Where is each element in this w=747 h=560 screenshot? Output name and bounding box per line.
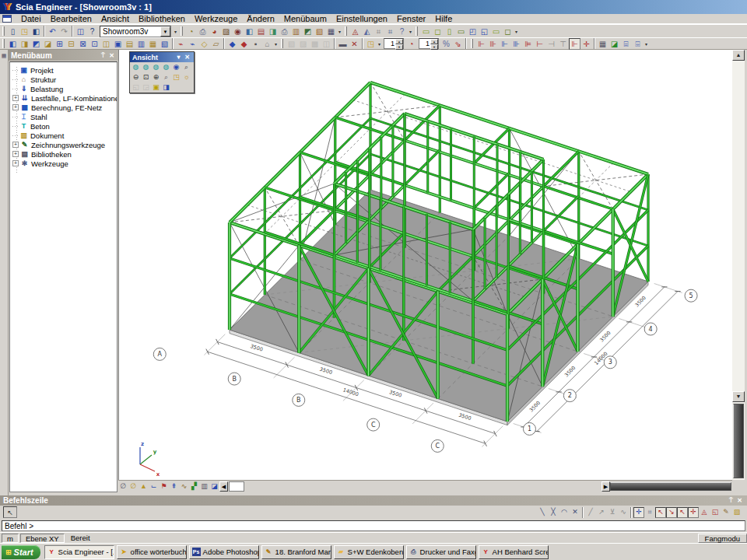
shade-icon[interactable]: ◪ [209, 481, 219, 492]
tool-icon[interactable]: ⌂ [261, 38, 273, 50]
layer-spinner[interactable]: 1 ▲▼ [384, 38, 404, 49]
prev-view-icon[interactable]: ◱ [131, 82, 141, 93]
sidebar-item-beton[interactable]: TBeton [10, 121, 117, 131]
tool-icon[interactable]: % [440, 38, 452, 50]
sidebar-item-belastung[interactable]: ⇓Belastung [10, 84, 117, 93]
title-bar[interactable]: Y Scia Engineer - [Showroom3v : 1] [0, 0, 747, 14]
levels-icon[interactable]: ⇞ [169, 481, 179, 492]
frame5-icon[interactable]: ◰ [467, 26, 479, 37]
tool-icon[interactable]: ▣ [112, 38, 124, 50]
tool-icon[interactable]: ◇ [198, 38, 210, 50]
table-icon[interactable]: ◩ [302, 26, 314, 37]
tool-icon[interactable]: ◆ [238, 38, 250, 50]
toolbar-grip[interactable] [2, 39, 5, 48]
tool-icon[interactable]: ⌹ [632, 38, 644, 50]
snap-ortho-icon[interactable]: ◬ [699, 507, 710, 518]
tool-icon[interactable]: ⊟ [65, 38, 77, 50]
open-folder-icon[interactable]: ◳ [19, 26, 30, 37]
view-store-icon[interactable]: ◳ [171, 72, 181, 82]
clip2-icon[interactable]: ∅ [128, 481, 139, 492]
mesh-icon[interactable]: ▨ [220, 26, 232, 37]
project-icon[interactable]: ◔ [185, 26, 197, 37]
taskbar-button-7[interactable]: YAH Benhard Scree... [479, 545, 549, 559]
curve-icon[interactable]: ∿ [179, 481, 189, 492]
toolbar-overflow-icon[interactable]: ▾ [337, 29, 342, 34]
tool-icon[interactable]: ⇘ [452, 38, 464, 50]
tool-icon[interactable]: ⊣ [545, 38, 557, 50]
axo-icon[interactable]: ◬ [349, 26, 361, 37]
copy-icon[interactable]: ◉ [232, 26, 244, 37]
scroll-cell[interactable] [229, 481, 244, 492]
help-icon[interactable]: ? [86, 26, 98, 37]
menu-einstellungen[interactable]: Einstellungen [331, 14, 392, 24]
frame4-icon[interactable]: ▭ [455, 26, 467, 37]
tool-icon[interactable]: ⊠ [77, 38, 89, 50]
snap-edge-icon[interactable]: ◱ [710, 507, 721, 518]
new-document-icon[interactable]: ▯ [7, 26, 19, 37]
tool-icon[interactable]: ◨ [19, 38, 30, 50]
menu-hilfe[interactable]: Hilfe [430, 14, 457, 24]
command-input[interactable]: Befehl > [2, 520, 745, 531]
spinner-up-icon[interactable]: ▲ [395, 39, 403, 44]
toolbar-overflow-icon[interactable]: ▾ [514, 29, 519, 34]
toolbar-grip[interactable] [471, 39, 473, 48]
sidebar-item-bibliotheken[interactable]: +▤Bibliotheken [10, 149, 117, 159]
info-icon[interactable]: ? [396, 26, 408, 37]
tool-icon[interactable]: ◫ [100, 38, 112, 50]
menu-menuebaum[interactable]: Menübaum [279, 14, 331, 24]
raster-icon[interactable]: ⌗ [373, 26, 384, 37]
persp-icon[interactable]: ◭ [361, 26, 373, 37]
tool-icon[interactable]: ⊤ [557, 38, 569, 50]
menu-aendern[interactable]: Ändern [242, 14, 279, 24]
menu-datei[interactable]: Datei [16, 14, 46, 24]
activity-spinner[interactable]: 1 ▲▼ [419, 38, 439, 49]
tool-icon[interactable]: ⊩ [475, 38, 487, 50]
expand-icon[interactable]: + [12, 95, 19, 101]
combobox-dropdown-icon[interactable]: ▼ [160, 26, 170, 37]
hatch-icon[interactable]: ▞ [189, 481, 199, 492]
toolbar-grip[interactable] [2, 26, 5, 36]
next-view-icon[interactable]: ◲ [141, 82, 151, 93]
sidebar-item-berechnung-fe-netz[interactable]: +▦Berechnung, FE-Netz [10, 103, 117, 112]
spinner-down-icon[interactable]: ▼ [395, 44, 403, 50]
expand-icon[interactable]: + [12, 151, 19, 157]
taskbar-button-2[interactable]: ➤office wörterbuch ... [117, 545, 187, 559]
scroll-down-icon[interactable]: ▼ [732, 391, 745, 402]
pin-icon[interactable]: ⍑ [727, 496, 735, 505]
project-combobox[interactable]: Showroom3v ▼ [100, 26, 171, 37]
spinner-down-icon[interactable]: ▼ [430, 44, 438, 50]
undo-icon[interactable]: ↶ [47, 26, 58, 37]
menu-werkzeuge[interactable]: Werkzeuge [190, 14, 242, 24]
tool-icon[interactable]: ▦ [597, 38, 608, 50]
view-icon[interactable]: ◨ [267, 26, 279, 37]
layer-folder-icon[interactable]: ◳ [365, 38, 377, 50]
snap-del-icon[interactable]: ✕ [570, 507, 580, 518]
tool-icon[interactable]: ▦ [147, 38, 159, 50]
expand-icon[interactable]: + [12, 142, 19, 148]
tool-icon[interactable]: ▪ [250, 38, 261, 50]
tool-icon[interactable]: ▧ [159, 38, 170, 50]
spinner-up-icon[interactable]: ▲ [430, 39, 438, 44]
tool-icon[interactable]: ⊩ [569, 38, 580, 50]
menu-bibliotheken[interactable]: Bibliotheken [134, 14, 190, 24]
new-window-icon[interactable]: ◫ [75, 26, 86, 37]
sidebar-item-dokument[interactable]: ▥Dokument [10, 131, 117, 140]
toolbar-grip[interactable] [345, 26, 347, 36]
sidebar-item-stahl[interactable]: ⌶Stahl [10, 112, 117, 121]
snap-arc-icon[interactable]: ◠ [559, 507, 570, 518]
image-icon[interactable]: ▧ [314, 26, 325, 37]
render-icon[interactable]: ◨ [161, 82, 171, 93]
menu-ansicht[interactable]: Ansicht [96, 14, 134, 24]
tool-icon[interactable]: ▧ [286, 38, 297, 50]
sidebar-item-zeichnungswerkzeuge[interactable]: +✎Zeichnungswerkzeuge [10, 140, 117, 149]
snap-peak-icon[interactable]: ╱ [585, 507, 596, 518]
tool-icon[interactable]: ▬ [337, 38, 349, 50]
scroll-right-icon[interactable]: ▶ [601, 481, 610, 492]
close-icon[interactable]: ✕ [183, 53, 191, 61]
raster2-icon[interactable]: ⌗ [384, 26, 396, 37]
toolbar-overflow-icon[interactable]: ▾ [273, 41, 279, 47]
taskbar-button-3[interactable]: PsAdobe Photoshop ... [189, 545, 259, 559]
dock-handle-icon[interactable]: ▦ [0, 52, 8, 60]
snap-dir-icon[interactable]: ↗ [596, 507, 607, 518]
tool-icon[interactable]: ◆ [226, 38, 238, 50]
